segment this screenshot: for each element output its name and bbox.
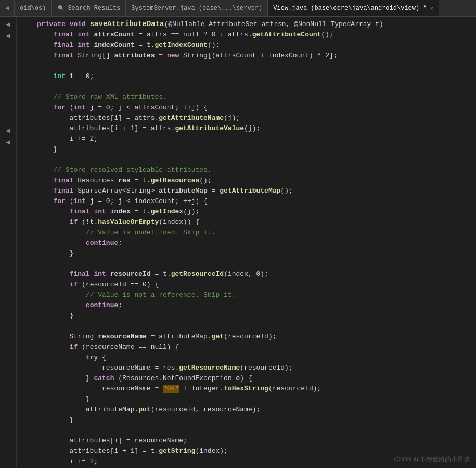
code-line-16: final Resources res = t.getResources(); [17,175,476,186]
code-line-13-content: } [21,144,472,155]
tab-system-server[interactable]: SystemServer.java (base\...\server) [126,0,268,16]
tab-bar: ◀ oid\os) 🔍 Search Results SystemServer.… [0,0,476,17]
code-line-14 [17,155,476,165]
code-line-27: // Value is not a reference. Skip it. [17,290,476,300]
code-line-30 [17,321,476,332]
tab-android-os[interactable]: oid\os) [15,0,52,16]
code-line-13: } [17,144,476,155]
code-line-35-content: } catch (Resources.NotFoundException e) … [21,373,472,384]
code-line-9: for (int j = 0; j < attrsCount; ++j) { [17,103,476,113]
gutter-arrow-2[interactable]: ◀ [3,30,14,41]
code-line-1: private void saveAttributeData(@Nullable… [17,19,476,30]
code-line-3-content: final int indexCount = t.getIndexCount()… [21,40,472,50]
code-line-28: continue; [17,300,476,311]
code-line-12-content: i += 2; [21,134,472,144]
code-line-24 [17,259,476,269]
code-line-38: attributeMap.put(resourceId, resourceNam… [17,404,476,415]
code-line-4-content: final String[] attributes = new String[(… [21,50,472,61]
code-line-19-content: final int index = t.getIndex(j); [21,207,472,217]
code-line-10-content: attributes[i] = attrs.getAttributeName(j… [21,113,472,123]
code-line-41: attributes[i] = resourceName; [17,436,476,446]
code-line-22-content: continue; [21,238,472,248]
main-area: ◀ ◀ ◀ ◀ private void saveAttributeData(@… [0,17,476,468]
code-line-39-content: } [21,415,472,425]
code-line-29: } [17,311,476,321]
code-line-25: final int resourceId = t.getResourceId(i… [17,269,476,280]
code-line-1-content: private void saveAttributeData(@Nullable… [21,19,472,30]
tab-view-java[interactable]: View.java (base\core\java\android\view) … [268,0,439,16]
code-line-3: final int indexCount = t.getIndexCount()… [17,40,476,50]
watermark: CSDN @不想迷路的小男孩 [394,455,470,464]
code-line-36-content: resourceName = "0x" + Integer.toHexStrin… [21,384,472,394]
code-line-9-content: for (int j = 0; j < attrsCount; ++j) { [21,103,472,113]
code-line-18: for (int j = 0; j < indexCount; ++j) { [17,196,476,207]
code-line-8-content: // Store raw XML attributes. [21,92,472,103]
tab-scroll-left[interactable]: ◀ [0,0,15,16]
code-line-35: } catch (Resources.NotFoundException e) … [17,373,476,384]
code-line-32: if (resourceName == null) { [17,342,476,352]
gutter-arrow-4[interactable]: ◀ [3,136,14,147]
code-area[interactable]: private void saveAttributeData(@Nullable… [17,17,476,468]
code-line-2-content: final int attrsCount = attrs == null ? 0… [21,30,472,40]
code-line-7 [17,82,476,92]
code-line-20-content: if (!t.hasValueOrEmpty(index)) { [21,217,472,227]
code-line-4: final String[] attributes = new String[(… [17,50,476,61]
code-line-26-content: if (resourceId == 0) { [21,280,472,290]
tab-view-java-label: View.java (base\core\java\android\view) … [273,5,427,12]
code-line-2: final int attrsCount = attrs == null ? 0… [17,30,476,40]
code-line-33-content: try { [21,352,472,363]
code-line-17-content: final SparseArray<String> attributeMap =… [21,186,472,196]
code-line-33: try { [17,352,476,363]
code-line-37-content: } [21,394,472,404]
tab-search-results[interactable]: 🔍 Search Results [52,0,126,16]
code-line-31: String resourceName = attributeMap.get(r… [17,332,476,342]
code-line-29-content: } [21,311,472,321]
code-line-41-content: attributes[i] = resourceName; [21,436,472,446]
gutter-arrow-3[interactable]: ◀ [3,125,14,135]
code-line-23: } [17,248,476,259]
code-line-11: attributes[i + 1] = attrs.getAttributeVa… [17,123,476,134]
code-line-28-content: continue; [21,300,472,311]
gutter-arrow-1[interactable]: ◀ [3,19,14,29]
code-line-15: // Store resolved styleable attributes. [17,165,476,175]
tab-view-java-close[interactable]: ✕ [430,5,434,11]
code-line-10: attributes[i] = attrs.getAttributeName(j… [17,113,476,123]
code-line-21: // Value is undef|ined. Skip it. [17,227,476,238]
left-gutter: ◀ ◀ ◀ ◀ [0,17,17,468]
code-line-32-content: if (resourceName == null) { [21,342,472,352]
code-line-16-content: final Resources res = t.getResources(); [21,175,472,186]
code-line-38-content: attributeMap.put(resourceId, resourceNam… [21,404,472,415]
code-line-25-content: final int resourceId = t.getResourceId(i… [21,269,472,280]
code-line-34: resourceName = res.getResourceName(resou… [17,363,476,373]
search-results-icon: 🔍 [57,4,65,12]
code-line-31-content: String resourceName = attributeMap.get(r… [21,332,472,342]
tab-android-os-label: oid\os) [20,5,46,12]
code-line-22: continue; [17,238,476,248]
code-line-6-content: int i = 0; [21,71,472,82]
code-line-11-content: attributes[i + 1] = attrs.getAttributeVa… [21,123,472,134]
code-line-19: final int index = t.getIndex(j); [17,207,476,217]
code-line-34-content: resourceName = res.getResourceName(resou… [21,363,472,373]
code-line-36: resourceName = "0x" + Integer.toHexStrin… [17,384,476,394]
code-line-26: if (resourceId == 0) { [17,280,476,290]
code-line-27-content: // Value is not a reference. Skip it. [21,290,472,300]
code-line-23-content: } [21,248,472,259]
code-line-8: // Store raw XML attributes. [17,92,476,103]
code-line-17: final SparseArray<String> attributeMap =… [17,186,476,196]
tab-system-server-label: SystemServer.java (base\...\server) [131,5,262,12]
code-line-15-content: // Store resolved styleable attributes. [21,165,472,175]
code-line-6: int i = 0; [17,71,476,82]
code-line-18-content: for (int j = 0; j < indexCount; ++j) { [21,196,472,207]
tab-search-results-label: Search Results [68,5,120,12]
code-line-12: i += 2; [17,134,476,144]
code-line-39: } [17,415,476,425]
code-line-5 [17,61,476,71]
code-line-40 [17,425,476,436]
code-line-37: } [17,394,476,404]
code-line-21-content: // Value is undef|ined. Skip it. [21,227,472,238]
code-line-20: if (!t.hasValueOrEmpty(index)) { [17,217,476,227]
